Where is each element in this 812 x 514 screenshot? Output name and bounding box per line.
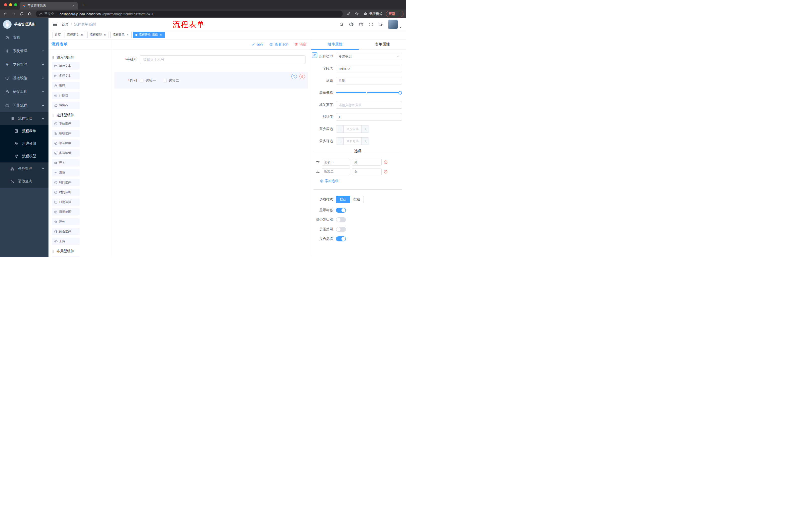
close-window-button[interactable] xyxy=(4,3,7,6)
sidebar-logo[interactable]: 芋道管理系统 xyxy=(0,18,49,31)
sidebar-item-devtools[interactable]: 研发工具 xyxy=(0,85,49,99)
tag-process-definition[interactable]: 流程定义 × xyxy=(64,32,86,38)
sidebar-item-process-form[interactable]: 流程表单 xyxy=(0,125,49,137)
add-option-button[interactable]: 添加选项 xyxy=(320,179,402,183)
tab-form-props[interactable]: 表单属性 xyxy=(359,39,406,50)
sidebar-item-payment[interactable]: ¥ 支付管理 xyxy=(0,58,49,72)
chip-cascader[interactable]: 级联选择 xyxy=(52,130,80,137)
chip-checkbox-group[interactable]: 多选框组 xyxy=(52,150,80,157)
chip-color-picker[interactable]: 颜色选择 xyxy=(52,228,80,235)
copy-component-button[interactable] xyxy=(291,74,297,79)
breadcrumb-home[interactable]: 首页 xyxy=(62,22,68,27)
drag-handle-icon[interactable] xyxy=(316,170,320,174)
form-grid-slider[interactable] xyxy=(336,92,400,93)
search-icon[interactable] xyxy=(339,22,344,27)
chip-date-picker[interactable]: 日期选择 xyxy=(52,198,80,206)
home-button[interactable] xyxy=(27,11,33,17)
hamburger-button[interactable] xyxy=(53,22,58,27)
phone-input[interactable] xyxy=(140,55,306,64)
option-label-input[interactable] xyxy=(322,168,350,175)
close-icon[interactable]: × xyxy=(80,33,84,37)
checkbox-option-2[interactable]: 选项二 xyxy=(163,78,179,83)
title-input[interactable] xyxy=(336,77,402,84)
tab-close-icon[interactable]: × xyxy=(71,4,76,8)
sidebar-item-process-mgmt[interactable]: 流程管理 xyxy=(0,112,49,125)
close-icon[interactable]: × xyxy=(159,33,163,37)
show-label-switch[interactable] xyxy=(336,208,346,213)
sidebar-item-home[interactable]: 首页 xyxy=(0,31,49,44)
max-select-value[interactable]: 最多可选 xyxy=(344,138,361,144)
sidebar-item-system[interactable]: 系统管理 xyxy=(0,44,49,58)
clear-button[interactable]: 清空 xyxy=(294,42,307,47)
avatar[interactable] xyxy=(388,20,398,29)
tag-process-form-edit[interactable]: 流程表单-编辑 × xyxy=(133,32,165,38)
chip-editor[interactable]: 编辑器 xyxy=(52,102,80,109)
forward-button[interactable] xyxy=(10,11,17,17)
chip-date-range[interactable]: 日期范围 xyxy=(52,208,80,216)
sidebar-item-infra[interactable]: 基础设施 xyxy=(0,72,49,85)
address-bar[interactable]: 不安全 dashboard.yudao.iocoder.cn/bpm/manag… xyxy=(36,10,343,17)
style-default-button[interactable]: 默认 xyxy=(336,196,350,203)
slider-handle[interactable] xyxy=(399,91,402,94)
save-button[interactable]: 保存 xyxy=(252,42,263,47)
link-icon[interactable] xyxy=(312,52,317,58)
chip-multi-line-text[interactable]: 多行文本 xyxy=(52,72,80,79)
sidebar-item-workflow[interactable]: 工作流程 xyxy=(0,99,49,112)
disabled-switch[interactable] xyxy=(336,227,346,232)
tag-home[interactable]: 首页 xyxy=(53,32,63,38)
remove-option-button[interactable] xyxy=(384,160,388,164)
chip-time-picker[interactable]: 时间选择 xyxy=(52,179,80,186)
close-icon[interactable]: × xyxy=(103,33,107,37)
sidebar-item-user-groups[interactable]: 用户分组 xyxy=(0,137,49,150)
chip-time-range[interactable]: 时间范围 xyxy=(52,189,80,196)
option-value-input[interactable] xyxy=(352,168,382,175)
sidebar-item-process-model[interactable]: 流程模型 xyxy=(0,150,49,162)
update-button[interactable]: 更新 ⋮ xyxy=(386,11,404,17)
chip-row-container[interactable]: 行容器 xyxy=(52,256,80,257)
zoom-window-button[interactable] xyxy=(14,3,17,6)
phone-field-row[interactable]: *手机号 xyxy=(114,52,308,67)
tag-process-model[interactable]: 流程模型 × xyxy=(87,32,109,38)
increase-button[interactable]: + xyxy=(361,138,369,144)
browser-tab[interactable]: 芋道管理系统 × xyxy=(20,2,78,9)
bookmark-star-icon[interactable] xyxy=(354,11,360,17)
decrease-button[interactable]: − xyxy=(336,138,344,144)
reload-button[interactable] xyxy=(19,11,25,17)
style-button-button[interactable]: 按钮 xyxy=(350,196,364,203)
checkbox-option-1[interactable]: 选项一 xyxy=(140,78,156,83)
tab-component-props[interactable]: 组件属性 xyxy=(311,39,359,50)
view-json-button[interactable]: 查看json xyxy=(269,42,288,47)
gender-field-row[interactable]: *性别 选项一 选项二 xyxy=(114,72,308,88)
option-label-input[interactable] xyxy=(322,159,350,166)
remove-option-button[interactable] xyxy=(384,170,388,174)
option-value-input[interactable] xyxy=(352,159,382,166)
delete-component-button[interactable] xyxy=(299,74,305,79)
github-icon[interactable] xyxy=(349,22,353,27)
field-name-input[interactable] xyxy=(336,65,402,73)
chip-single-line-text[interactable]: 单行文本 xyxy=(52,62,80,70)
help-icon[interactable] xyxy=(359,22,363,27)
increase-button[interactable]: + xyxy=(361,126,369,133)
chip-slider[interactable]: 滑块 xyxy=(52,169,80,176)
decrease-button[interactable]: − xyxy=(336,126,344,133)
sidebar-item-task-mgmt[interactable]: 任务管理 xyxy=(0,162,49,175)
border-switch[interactable] xyxy=(336,217,346,222)
default-value-input[interactable] xyxy=(336,113,402,121)
chip-upload[interactable]: 上传 xyxy=(52,238,80,245)
font-size-icon[interactable] xyxy=(378,22,383,27)
required-switch[interactable] xyxy=(336,236,346,241)
user-menu[interactable] xyxy=(388,20,402,29)
label-width-input[interactable] xyxy=(336,101,402,109)
minimize-window-button[interactable] xyxy=(9,3,12,6)
chip-radio-group[interactable]: 单选框组 xyxy=(52,140,80,147)
min-select-value[interactable]: 至少应选 xyxy=(344,126,361,133)
sidebar-item-leave-query[interactable]: 请假查询 xyxy=(0,175,49,188)
chip-password[interactable]: 密码 xyxy=(52,82,80,89)
menu-kebab-icon[interactable]: ⋮ xyxy=(397,12,401,16)
fullscreen-icon[interactable] xyxy=(369,22,373,27)
chip-switch[interactable]: 开关 xyxy=(52,159,80,166)
component-type-select[interactable]: 多选框组 xyxy=(336,53,402,60)
close-icon[interactable]: × xyxy=(126,33,129,37)
back-button[interactable] xyxy=(2,11,8,17)
chip-counter[interactable]: 计数器 xyxy=(52,92,80,99)
